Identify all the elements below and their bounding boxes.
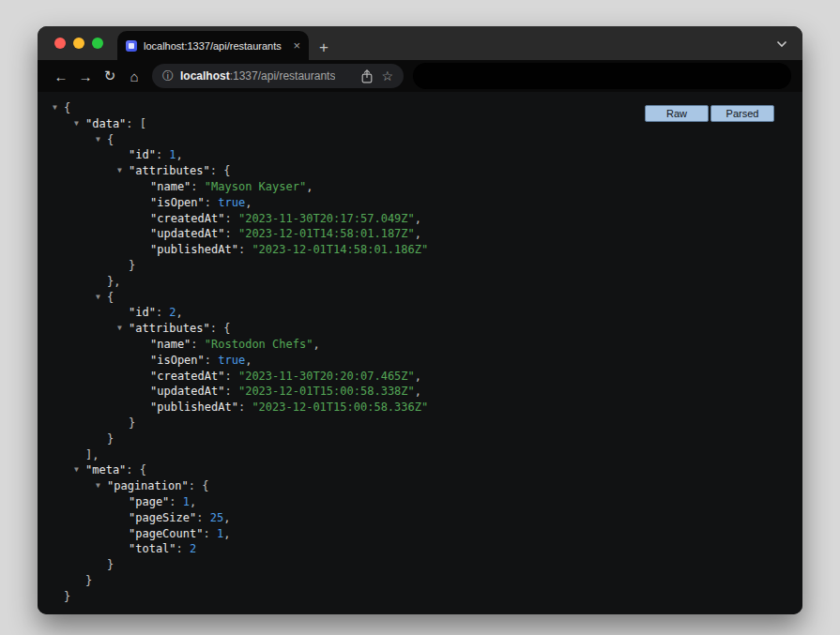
json-line: "name": "Mayson Kayser",	[38, 179, 802, 195]
json-string-value: "2023-12-01T15:00:58.336Z"	[252, 401, 428, 414]
json-punctuation: :	[203, 527, 216, 540]
json-punctuation: :	[176, 542, 190, 555]
json-punctuation: :	[156, 148, 169, 161]
browser-tab[interactable]: localhost:1337/api/restaurants ×	[117, 31, 309, 60]
tab-title: localhost:1337/api/restaurants	[144, 40, 286, 52]
json-punctuation: ,	[415, 227, 421, 240]
json-key: "name"	[150, 180, 191, 193]
json-key: "pagination"	[107, 479, 189, 492]
json-punctuation: }	[129, 259, 135, 272]
collapse-toggle-icon[interactable]: ▼	[114, 163, 126, 179]
url-path: :1337/api/restaurants	[230, 69, 336, 83]
json-punctuation: :	[224, 212, 237, 225]
window-controls	[54, 38, 103, 49]
parsed-view-button[interactable]: Parsed	[710, 105, 774, 122]
json-key: "attributes"	[129, 164, 210, 177]
browser-window: localhost:1337/api/restaurants × + ← → ↻…	[38, 26, 802, 614]
json-punctuation: }	[107, 558, 114, 571]
json-string-value: "2023-12-01T14:58:01.187Z"	[238, 227, 415, 240]
json-line: },	[38, 274, 802, 290]
json-punctuation: ,	[176, 306, 183, 319]
collapse-toggle-icon[interactable]: ▼	[92, 132, 104, 148]
json-key: "data"	[85, 117, 126, 130]
json-line: ▼{	[38, 132, 802, 148]
home-button[interactable]: ⌂	[122, 64, 146, 88]
json-key: "createdAt"	[150, 370, 224, 383]
json-punctuation: }	[107, 432, 114, 446]
json-punctuation: :	[224, 385, 237, 398]
collapse-toggle-icon[interactable]: ▼	[49, 100, 61, 116]
close-window-button[interactable]	[54, 38, 66, 49]
json-punctuation: ,	[313, 338, 319, 351]
json-key: "updatedAt"	[150, 227, 224, 240]
collapse-toggle-icon[interactable]: ▼	[70, 116, 83, 132]
back-button[interactable]: ←	[49, 64, 73, 88]
json-line: "pageCount": 1,	[38, 526, 802, 542]
json-key: "name"	[150, 338, 191, 351]
json-punctuation: },	[107, 275, 120, 288]
json-punctuation: :	[205, 354, 218, 367]
json-line: "updatedAt": "2023-12-01T15:00:58.338Z",	[38, 384, 802, 400]
json-punctuation: :	[156, 306, 169, 319]
json-key: "publishedAt"	[150, 243, 238, 256]
new-tab-button[interactable]: +	[319, 39, 328, 55]
json-line: "name": "Rostodon Chefs",	[38, 337, 802, 353]
json-line: "isOpen": true,	[38, 195, 802, 211]
json-string-value: "Mayson Kayser"	[205, 180, 306, 193]
json-line: ▼"attributes": {	[38, 321, 802, 337]
minimize-window-button[interactable]	[73, 38, 84, 49]
json-punctuation: :	[224, 227, 237, 240]
view-mode-switch: Raw Parsed	[645, 105, 774, 122]
json-punctuation: :	[191, 180, 204, 193]
collapse-toggle-icon[interactable]: ▼	[70, 462, 83, 478]
json-key: "attributes"	[129, 322, 210, 335]
json-line: }	[38, 557, 802, 573]
json-punctuation: : {	[126, 463, 146, 476]
reload-button[interactable]: ↻	[98, 64, 122, 88]
json-key: "id"	[129, 306, 156, 319]
address-bar[interactable]: ⓘ localhost:1337/api/restaurants ☆	[152, 64, 404, 88]
json-line: "createdAt": "2023-11-30T20:17:57.049Z",	[38, 211, 802, 227]
json-line: "publishedAt": "2023-12-01T14:58:01.186Z…	[38, 242, 802, 258]
tab-close-icon[interactable]: ×	[293, 39, 300, 52]
share-icon[interactable]	[361, 69, 373, 83]
tab-overflow-chevron-icon[interactable]	[776, 40, 787, 48]
bookmark-star-icon[interactable]: ☆	[381, 69, 393, 83]
json-punctuation: : {	[210, 164, 231, 177]
json-punctuation: ,	[190, 495, 196, 508]
json-key: "isOpen"	[150, 354, 205, 367]
json-line: }	[38, 573, 802, 589]
forward-button[interactable]: →	[73, 64, 98, 88]
collapse-toggle-icon[interactable]: ▼	[92, 290, 104, 306]
raw-view-button[interactable]: Raw	[645, 105, 709, 122]
json-key: "id"	[129, 148, 156, 161]
json-punctuation: :	[191, 338, 204, 351]
json-punctuation: :	[196, 511, 209, 524]
json-number-value: 2	[190, 542, 196, 555]
collapse-toggle-icon[interactable]: ▼	[114, 321, 126, 337]
json-punctuation: }	[64, 590, 70, 603]
url-text: localhost:1337/api/restaurants	[180, 69, 335, 83]
json-punctuation: : {	[210, 322, 231, 335]
zoom-window-button[interactable]	[92, 38, 103, 49]
json-key: "updatedAt"	[150, 385, 224, 398]
collapse-toggle-icon[interactable]: ▼	[92, 478, 104, 494]
json-key: "pageSize"	[129, 511, 196, 524]
json-punctuation: }	[85, 574, 92, 587]
json-punctuation: :	[238, 401, 252, 414]
site-info-icon[interactable]: ⓘ	[162, 70, 174, 82]
tab-favicon-icon	[126, 40, 137, 52]
json-number-value: 2	[169, 306, 176, 319]
json-punctuation: :	[224, 370, 237, 383]
address-bar-actions: ☆	[361, 69, 393, 83]
json-string-value: "2023-11-30T20:17:57.049Z"	[238, 212, 415, 225]
json-number-value: 1	[169, 148, 176, 161]
json-key: "meta"	[85, 463, 126, 476]
json-punctuation: ,	[245, 196, 252, 209]
json-key: "publishedAt"	[150, 401, 238, 414]
json-punctuation: ,	[223, 527, 230, 540]
tab-bar: localhost:1337/api/restaurants × +	[38, 26, 802, 60]
json-punctuation: :	[169, 495, 182, 508]
json-line: "id": 1,	[38, 147, 802, 163]
json-line: "updatedAt": "2023-12-01T14:58:01.187Z",	[38, 226, 802, 242]
